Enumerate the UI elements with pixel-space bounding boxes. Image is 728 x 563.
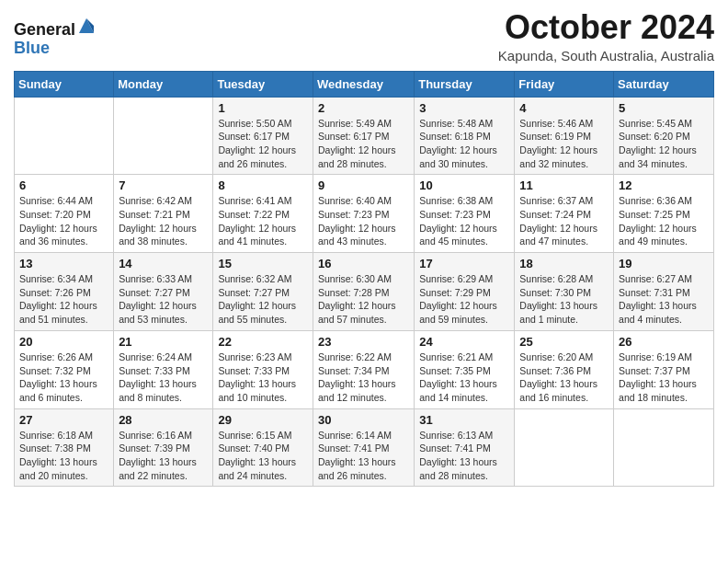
calendar-cell: 17Sunrise: 6:29 AMSunset: 7:29 PMDayligh… [415,253,515,331]
calendar-cell: 22Sunrise: 6:23 AMSunset: 7:33 PMDayligh… [213,330,313,408]
calendar-cell: 6Sunrise: 6:44 AMSunset: 7:20 PMDaylight… [15,175,114,253]
calendar-cell: 8Sunrise: 6:41 AMSunset: 7:22 PMDaylight… [213,175,313,253]
day-info: Sunrise: 6:13 AMSunset: 7:41 PMDaylight:… [419,429,509,483]
calendar-cell: 29Sunrise: 6:15 AMSunset: 7:40 PMDayligh… [213,408,313,487]
day-number: 23 [318,335,409,349]
day-info: Sunrise: 6:19 AMSunset: 7:37 PMDaylight:… [619,350,709,405]
calendar-cell [15,97,114,175]
day-info: Sunrise: 6:34 AMSunset: 7:26 PMDaylight:… [19,272,108,327]
calendar-week-3: 13Sunrise: 6:34 AMSunset: 7:26 PMDayligh… [15,253,714,331]
day-number: 12 [619,178,709,192]
col-header-sunday: Sunday [15,71,114,97]
day-number: 4 [519,101,609,115]
day-info: Sunrise: 6:30 AMSunset: 7:28 PMDaylight:… [318,272,409,327]
day-info: Sunrise: 6:18 AMSunset: 7:38 PMDaylight:… [19,429,108,483]
calendar-cell: 23Sunrise: 6:22 AMSunset: 7:34 PMDayligh… [313,330,414,408]
day-number: 3 [419,101,509,115]
day-number: 28 [119,413,208,427]
col-header-monday: Monday [114,71,213,97]
calendar-week-1: 1Sunrise: 5:50 AMSunset: 6:17 PMDaylight… [15,97,714,175]
calendar-week-5: 27Sunrise: 6:18 AMSunset: 7:38 PMDayligh… [15,408,714,487]
calendar-cell: 11Sunrise: 6:37 AMSunset: 7:24 PMDayligh… [515,175,614,253]
day-number: 10 [419,178,509,192]
day-number: 18 [519,257,609,270]
calendar-cell: 20Sunrise: 6:26 AMSunset: 7:32 PMDayligh… [15,330,114,408]
day-number: 14 [119,257,208,270]
logo-blue: Blue [14,39,50,57]
calendar-cell: 2Sunrise: 5:49 AMSunset: 6:17 PMDaylight… [313,97,414,175]
calendar-cell [614,408,714,487]
calendar-cell: 12Sunrise: 6:36 AMSunset: 7:25 PMDayligh… [614,175,714,253]
day-info: Sunrise: 6:41 AMSunset: 7:22 PMDaylight:… [218,194,308,248]
calendar-cell: 16Sunrise: 6:30 AMSunset: 7:28 PMDayligh… [313,253,414,331]
calendar-cell: 4Sunrise: 5:46 AMSunset: 6:19 PMDaylight… [515,97,614,175]
month-title: October 2024 [498,9,714,46]
day-info: Sunrise: 6:22 AMSunset: 7:34 PMDaylight:… [318,350,409,405]
title-block: October 2024 Kapunda, South Australia, A… [498,9,714,63]
day-number: 25 [519,335,609,349]
day-info: Sunrise: 6:20 AMSunset: 7:36 PMDaylight:… [519,350,609,405]
calendar-cell: 28Sunrise: 6:16 AMSunset: 7:39 PMDayligh… [114,408,213,487]
day-number: 31 [419,413,509,427]
day-number: 24 [419,335,509,349]
calendar-cell: 26Sunrise: 6:19 AMSunset: 7:37 PMDayligh… [614,330,714,408]
calendar-cell: 13Sunrise: 6:34 AMSunset: 7:26 PMDayligh… [15,253,114,331]
calendar-cell: 19Sunrise: 6:27 AMSunset: 7:31 PMDayligh… [614,253,714,331]
day-info: Sunrise: 6:26 AMSunset: 7:32 PMDaylight:… [19,350,108,405]
day-number: 20 [19,335,108,349]
logo-text: General Blue [14,17,96,58]
day-number: 22 [218,335,308,349]
day-number: 21 [119,335,208,349]
day-info: Sunrise: 5:48 AMSunset: 6:18 PMDaylight:… [419,117,509,171]
day-number: 19 [619,257,709,270]
day-number: 11 [519,178,609,192]
day-info: Sunrise: 5:45 AMSunset: 6:20 PMDaylight:… [619,117,709,171]
day-number: 27 [19,413,108,427]
calendar-cell [114,97,213,175]
col-header-friday: Friday [515,71,614,97]
calendar-cell [515,408,614,487]
day-info: Sunrise: 6:14 AMSunset: 7:41 PMDaylight:… [318,429,409,483]
logo-general: General [14,20,75,39]
day-info: Sunrise: 5:49 AMSunset: 6:17 PMDaylight:… [318,117,409,171]
day-info: Sunrise: 6:15 AMSunset: 7:40 PMDaylight:… [218,429,308,483]
col-header-wednesday: Wednesday [313,71,414,97]
day-info: Sunrise: 6:44 AMSunset: 7:20 PMDaylight:… [19,194,108,248]
logo: General Blue [14,17,96,58]
calendar-cell: 14Sunrise: 6:33 AMSunset: 7:27 PMDayligh… [114,253,213,331]
day-number: 2 [318,101,409,115]
day-info: Sunrise: 5:50 AMSunset: 6:17 PMDaylight:… [218,117,308,171]
day-info: Sunrise: 6:23 AMSunset: 7:33 PMDaylight:… [218,350,308,405]
day-number: 17 [419,257,509,270]
day-number: 15 [218,257,308,270]
calendar-cell: 5Sunrise: 5:45 AMSunset: 6:20 PMDaylight… [614,97,714,175]
day-number: 13 [19,257,108,270]
calendar-cell: 24Sunrise: 6:21 AMSunset: 7:35 PMDayligh… [415,330,515,408]
day-number: 16 [318,257,409,270]
day-number: 9 [318,178,409,192]
day-info: Sunrise: 6:38 AMSunset: 7:23 PMDaylight:… [419,194,509,248]
day-number: 29 [218,413,308,427]
calendar-cell: 31Sunrise: 6:13 AMSunset: 7:41 PMDayligh… [415,408,515,487]
calendar-cell: 1Sunrise: 5:50 AMSunset: 6:17 PMDaylight… [213,97,313,175]
day-info: Sunrise: 6:33 AMSunset: 7:27 PMDaylight:… [119,272,208,327]
day-info: Sunrise: 6:40 AMSunset: 7:23 PMDaylight:… [318,194,409,248]
day-number: 8 [218,178,308,192]
day-number: 7 [119,178,208,192]
col-header-saturday: Saturday [614,71,714,97]
day-number: 30 [318,413,409,427]
calendar-cell: 15Sunrise: 6:32 AMSunset: 7:27 PMDayligh… [213,253,313,331]
col-header-tuesday: Tuesday [213,71,313,97]
location: Kapunda, South Australia, Australia [498,48,714,63]
day-info: Sunrise: 6:28 AMSunset: 7:30 PMDaylight:… [519,272,609,327]
calendar-cell: 21Sunrise: 6:24 AMSunset: 7:33 PMDayligh… [114,330,213,408]
col-header-thursday: Thursday [415,71,515,97]
calendar-table: SundayMondayTuesdayWednesdayThursdayFrid… [14,71,714,488]
day-info: Sunrise: 6:36 AMSunset: 7:25 PMDaylight:… [619,194,709,248]
logo-icon [77,17,96,35]
day-info: Sunrise: 6:32 AMSunset: 7:27 PMDaylight:… [218,272,308,327]
calendar-header-row: SundayMondayTuesdayWednesdayThursdayFrid… [15,71,714,97]
day-number: 1 [218,101,308,115]
day-info: Sunrise: 5:46 AMSunset: 6:19 PMDaylight:… [519,117,609,171]
day-number: 5 [619,101,709,115]
